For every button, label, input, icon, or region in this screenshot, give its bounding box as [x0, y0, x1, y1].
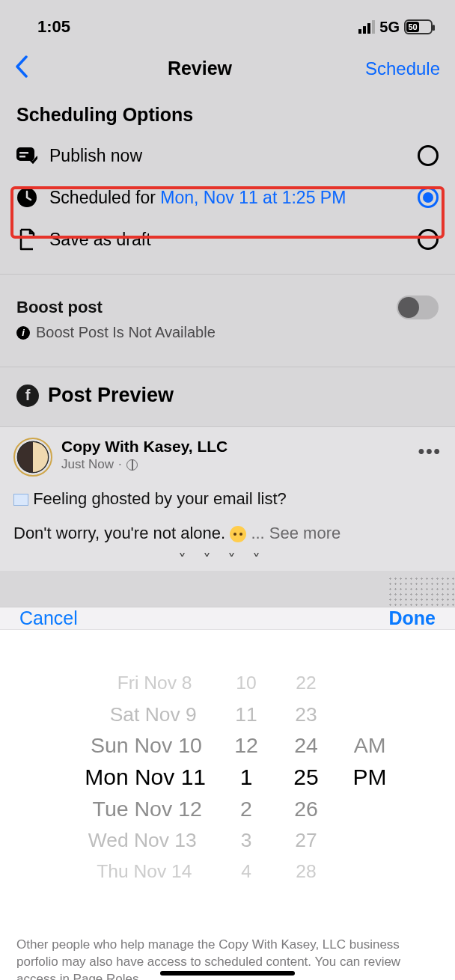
preview-section: f Post Preview Copy With Kasey, LLC Just… — [0, 367, 455, 571]
sheet-toolbar: Cancel Done — [0, 607, 455, 630]
clock-icon — [16, 187, 37, 208]
option-publish-label: Publish now — [49, 146, 406, 166]
radio-scheduled[interactable] — [418, 187, 439, 208]
datetime-picker-sheet: Cancel Done Fri Nov 8 Sat Nov 9 Sun Nov … — [0, 607, 455, 980]
facebook-icon: f — [16, 385, 39, 407]
picker-col-hour[interactable]: 10 11 12 1 2 3 4 — [216, 636, 276, 919]
option-scheduled-label: Scheduled for Mon, Nov 11 at 1:25 PM — [49, 188, 406, 208]
post-body: Feeling ghosted by your email list? Don'… — [13, 487, 442, 545]
option-publish-now[interactable]: Publish now — [0, 135, 455, 177]
avatar[interactable] — [13, 438, 52, 477]
picker[interactable]: Fri Nov 8 Sat Nov 9 Sun Nov 10 Mon Nov 1… — [0, 630, 455, 919]
boost-sub-row: i Boost Post Is Not Available — [16, 324, 439, 341]
post-author[interactable]: Copy With Kasey, LLC — [61, 438, 228, 456]
option-draft-label: Save as draft — [49, 230, 406, 250]
back-button[interactable] — [9, 55, 34, 82]
screen: 1:05 5G 50 Review Schedule Scheduling Op… — [0, 0, 455, 980]
home-indicator[interactable] — [160, 971, 295, 976]
post-line2: Don't worry, you're not alone. — [13, 524, 230, 542]
done-button[interactable]: Done — [389, 607, 436, 629]
radio-draft[interactable] — [418, 229, 439, 250]
info-icon: i — [16, 326, 30, 340]
option-save-draft[interactable]: Save as draft — [0, 218, 455, 260]
post-card: Copy With Kasey, LLC Just Now · ••• Feel… — [0, 426, 455, 571]
globe-icon — [126, 459, 138, 471]
post-menu-button[interactable]: ••• — [418, 438, 442, 462]
picker-col-ampm[interactable]: AM PM — [336, 636, 403, 919]
boost-section: Boost post i Boost Post Is Not Available — [0, 274, 455, 355]
upside-down-face-emoji — [230, 526, 246, 542]
page-title: Review — [168, 58, 232, 79]
see-more-button[interactable]: ... See more — [251, 524, 341, 542]
boost-title: Boost post — [16, 298, 103, 317]
envelope-emoji — [13, 494, 28, 506]
scheduling-title: Scheduling Options — [0, 92, 455, 135]
boost-toggle[interactable] — [397, 295, 439, 319]
preview-title: Post Preview — [48, 384, 174, 407]
expand-chevrons[interactable]: ˅˅˅˅ — [13, 545, 442, 571]
status-time: 1:05 — [37, 17, 70, 37]
scheduled-prefix: Scheduled for — [49, 188, 160, 207]
picker-col-minute[interactable]: 22 23 24 25 26 27 28 — [276, 636, 336, 919]
scheduled-datetime[interactable]: Mon, Nov 11 at 1:25 PM — [160, 188, 346, 207]
publish-icon — [16, 145, 37, 166]
svg-rect-0 — [16, 147, 34, 161]
network-label: 5G — [379, 19, 400, 36]
picker-col-day[interactable]: Fri Nov 8 Sat Nov 9 Sun Nov 10 Mon Nov 1… — [52, 636, 216, 919]
status-bar: 1:05 5G 50 — [0, 0, 455, 45]
battery-level: 50 — [408, 22, 417, 31]
schedule-button[interactable]: Schedule — [365, 58, 440, 79]
post-line1: Feeling ghosted by your email list? — [33, 489, 287, 508]
boost-subtext: Boost Post Is Not Available — [36, 324, 216, 341]
scheduling-options: Publish now Scheduled for Mon, Nov 11 at… — [0, 135, 455, 260]
radio-publish-now[interactable] — [418, 145, 439, 166]
post-time: Just Now — [61, 457, 114, 472]
post-meta: Just Now · — [61, 457, 228, 472]
cancel-button[interactable]: Cancel — [19, 607, 78, 629]
draft-icon — [16, 229, 37, 250]
decorative-dotgrid — [388, 576, 455, 606]
svg-rect-2 — [19, 156, 25, 158]
status-right: 5G 50 — [358, 19, 433, 36]
battery-icon: 50 — [404, 19, 433, 34]
option-scheduled[interactable]: Scheduled for Mon, Nov 11 at 1:25 PM — [0, 177, 455, 218]
chevron-left-icon — [15, 55, 28, 78]
signal-icon — [358, 20, 375, 34]
svg-rect-1 — [19, 152, 28, 154]
nav-header: Review Schedule — [0, 45, 455, 92]
